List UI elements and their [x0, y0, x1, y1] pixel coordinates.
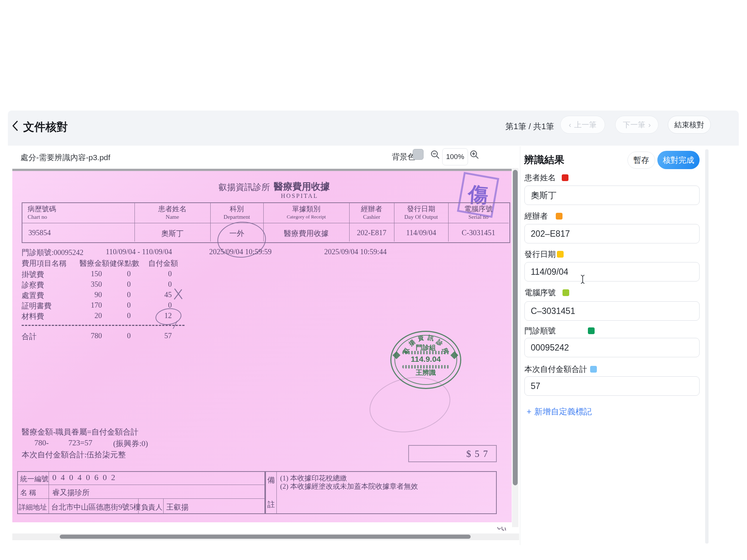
field-label-visit-seq: 門診順號 [524, 326, 595, 336]
fee-row-name: 處置費 [22, 290, 44, 301]
col-cashier-zh: 經辦者 [349, 205, 394, 214]
hospital-label: HOSPITAL [281, 193, 318, 199]
cashier-value: 202-E817 [349, 228, 394, 237]
patient-name-input[interactable] [524, 186, 700, 205]
col-serial-zh: 電腦序號 [448, 205, 509, 214]
tax-id-label: 統一編號 [20, 474, 49, 484]
text-cursor-icon [580, 274, 585, 284]
document-filename: 處分-需要辨識內容-p3.pdf [21, 152, 110, 163]
col-dept-en: Department [210, 214, 263, 220]
col-dept-zh: 科別 [210, 205, 263, 214]
fee-row-amt: 20 [65, 311, 102, 320]
fee-header-amount: 醫療金額 [80, 258, 109, 268]
add-custom-tag-link[interactable]: + 新增自定義標記 [527, 406, 592, 417]
col-date-en: Day Of Output [394, 214, 448, 220]
results-panel-title: 辨識結果 [524, 153, 564, 167]
col-chart-no-en: Chart no [28, 214, 134, 220]
prev-record-button[interactable]: ‹ 上一筆 [560, 116, 605, 134]
selfpay-total-input[interactable] [524, 376, 700, 396]
amount-box-value: $57 [467, 449, 492, 459]
zoom-in-icon[interactable] [469, 150, 479, 159]
back-icon[interactable] [11, 120, 19, 131]
background-color-label: 背景色 [392, 152, 415, 162]
record-pagination: 第1筆 / 共1筆 [505, 121, 558, 132]
issuer-name-value: 睿又揚珍所 [52, 488, 90, 498]
stamp-signer: 王辨識 [390, 368, 461, 377]
next-record-label: 下一筆 [623, 120, 645, 130]
col-serial-en: Serial no [448, 214, 509, 220]
patient-name-value: 奧斯丁 [134, 228, 210, 239]
fee-total-label: 合計 [22, 332, 37, 342]
serial-no-input[interactable] [524, 301, 700, 321]
fee-row-amt: 170 [65, 301, 102, 309]
fee-row-self: 0 [142, 280, 172, 289]
fee-header-selfpay: 自付金額 [148, 258, 178, 268]
fee-total-pts: 0 [108, 332, 131, 340]
fee-row-pts: 0 [108, 270, 131, 278]
zoom-out-icon[interactable] [430, 150, 440, 159]
app: 文件核對 第1筆 / 共1筆 ‹ 上一筆 下一筆 › 結束核對 處分-需要辨識內… [0, 0, 747, 560]
category-value: 醫療費用收據 [263, 228, 349, 239]
visit-seq-input[interactable] [524, 338, 700, 357]
owner-value: 王叡揚 [166, 502, 189, 512]
color-chip-selfpay-total [590, 366, 597, 373]
visit-range: 110/09/04 - 110/09/04 [106, 248, 172, 256]
chevron-left-icon: ‹ [569, 121, 571, 129]
issuer-name-label: 名 稱 [20, 488, 36, 498]
chart-no-value: 395854 [28, 228, 103, 237]
fee-row-self: 45 [142, 290, 172, 299]
fee-total-amt: 780 [65, 332, 102, 340]
background-color-swatch[interactable] [413, 149, 424, 160]
dashed-separator [22, 325, 185, 326]
field-label-selfpay-total: 本次自付金額合計 [524, 364, 597, 374]
receipt-title: 醫療費用收據 [274, 180, 330, 193]
verify-complete-button[interactable]: 核對完成 [657, 151, 700, 169]
owner-label: 負責人 [141, 503, 162, 512]
amount-box: $57 [408, 445, 497, 462]
issue-date-input[interactable] [524, 262, 700, 281]
color-chip-cashier [556, 213, 562, 220]
handwritten-x-mark [173, 287, 184, 300]
col-chart-no-zh: 病歷號碼 [28, 205, 134, 214]
fee-row-amt: 350 [65, 280, 102, 289]
col-category-en: Category of Receipt [263, 214, 349, 220]
plus-icon: + [527, 407, 531, 417]
issue-date-value: 114/09/04 [394, 228, 448, 237]
vertical-scrollbar-thumb[interactable] [513, 170, 518, 485]
page-title: 文件核對 [23, 119, 68, 135]
fee-header-item: 費用項目名稱 [22, 258, 66, 268]
color-chip-serial-no [562, 289, 569, 296]
field-label-issue-date: 發行日期 [524, 249, 564, 259]
field-label-cashier: 經辦者 [524, 211, 562, 221]
next-record-button[interactable]: 下一筆 › [615, 116, 658, 134]
fee-row-amt: 90 [65, 290, 102, 299]
field-label-patient-name: 患者姓名 [524, 172, 568, 183]
visit-timestamp-1: 2025/09/04 10:59:59 [209, 248, 272, 256]
color-chip-patient-name [562, 174, 568, 181]
color-chip-visit-seq [588, 327, 595, 334]
save-draft-button[interactable]: 暫存 [627, 152, 655, 169]
fee-row-name: 掛號費 [22, 270, 44, 280]
panel-divider [520, 146, 520, 545]
col-name-zh: 患者姓名 [134, 205, 210, 214]
fee-header-points: 健保點數 [109, 258, 139, 268]
horizontal-scrollbar-thumb[interactable] [60, 535, 471, 539]
summary-amount-2: 723=57 [68, 438, 92, 448]
chevron-right-icon: › [648, 121, 651, 129]
memo-label-bottom: 註 [267, 500, 275, 510]
cashier-input[interactable] [524, 224, 700, 243]
panel-scrollbar-track [705, 149, 709, 544]
finish-review-button[interactable]: 結束核對 [668, 116, 711, 134]
fee-total-self: 57 [142, 332, 172, 340]
col-category-zh: 單據類別 [263, 205, 349, 214]
col-date-zh: 發行日期 [394, 205, 448, 214]
tax-id-value: 0 4 0 4 0 6 0 2 [52, 473, 117, 482]
fee-row-pts: 0 [108, 301, 131, 309]
fee-row-name: 材料費 [22, 311, 44, 321]
handwritten-corner-mark [497, 526, 506, 532]
add-custom-tag-label: 新增自定義標記 [534, 406, 592, 417]
stamp-date: 114.9.04 [390, 355, 461, 364]
fee-row-amt: 150 [65, 270, 102, 278]
fee-row-self: 0 [142, 270, 172, 278]
zoom-level-value[interactable]: 100% [442, 148, 468, 165]
